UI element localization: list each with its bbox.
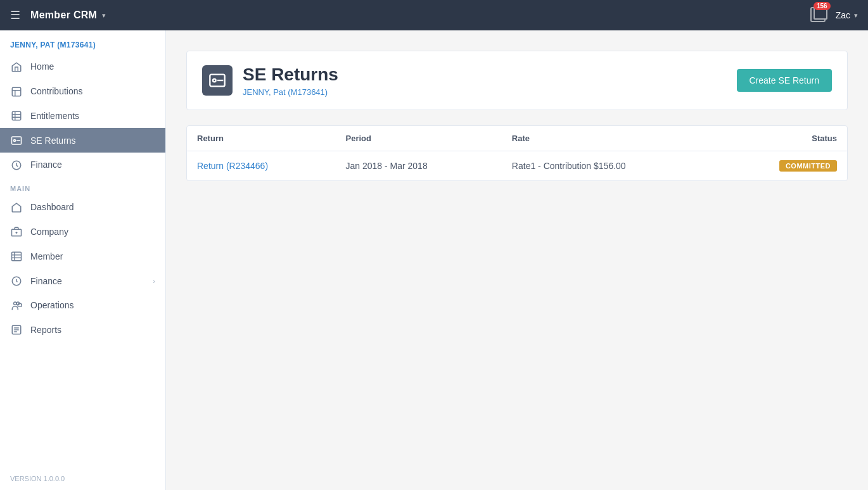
page-header-text: SE Returns JENNY, Pat (M173641) <box>243 64 338 97</box>
sidebar-item-dashboard[interactable]: Dashboard <box>0 195 165 220</box>
sidebar-item-operations[interactable]: Operations <box>0 293 165 318</box>
sidebar-item-entitlements[interactable]: Entitlements <box>0 104 165 129</box>
sidebar-item-home-label: Home <box>30 61 54 72</box>
contributions-icon <box>10 85 23 97</box>
sidebar-item-reports[interactable]: Reports <box>0 318 165 342</box>
status-badge: COMMITTED <box>779 160 837 172</box>
sidebar-item-reports-label: Reports <box>30 325 61 335</box>
user-dropdown-icon: ▾ <box>854 11 858 20</box>
hamburger-icon[interactable]: ☰ <box>10 8 20 22</box>
sidebar: JENNY, PAT (M173641) Home Contributions … <box>0 30 166 490</box>
entitlements-icon <box>10 110 23 122</box>
notification-badge: 156 <box>814 2 831 10</box>
sidebar-item-operations-label: Operations <box>30 300 73 310</box>
sidebar-item-se-returns-label: SE Returns <box>30 135 76 146</box>
create-se-return-button[interactable]: Create SE Return <box>737 69 833 92</box>
sidebar-item-company-label: Company <box>30 227 68 237</box>
sidebar-item-finance-main[interactable]: Finance › <box>0 268 165 293</box>
finance-main-icon <box>10 275 23 287</box>
cell-period: Jan 2018 - Mar 2018 <box>335 151 501 180</box>
finance-icon <box>10 159 23 171</box>
app-title: Member CRM <box>30 9 97 21</box>
sidebar-item-company[interactable]: Company <box>0 220 165 244</box>
page-header: SE Returns JENNY, Pat (M173641) Create S… <box>186 51 848 110</box>
dashboard-icon <box>10 201 23 213</box>
version-label: VERSION 1.0.0.0 <box>0 467 165 490</box>
sidebar-item-contributions-label: Contributions <box>30 86 83 96</box>
sidebar-item-dashboard-label: Dashboard <box>30 202 74 212</box>
topnav: ☰ Member CRM ▾ 156 Zac ▾ <box>0 0 868 30</box>
svg-rect-0 <box>12 87 21 96</box>
col-return: Return <box>187 126 335 151</box>
sidebar-member-label: JENNY, PAT (M173641) <box>0 30 165 54</box>
company-icon <box>10 226 23 238</box>
user-name: Zac <box>836 10 850 20</box>
cell-rate: Rate1 - Contribution $156.00 <box>502 151 720 180</box>
sidebar-item-member-label: Member <box>30 251 63 261</box>
operations-icon <box>10 299 23 311</box>
page-subtitle: JENNY, Pat (M173641) <box>243 87 338 97</box>
svg-rect-12 <box>12 252 22 261</box>
table-header-row: Return Period Rate Status <box>187 126 847 151</box>
notifications-button[interactable]: 156 <box>810 7 826 24</box>
se-returns-icon <box>10 134 23 146</box>
sidebar-item-se-returns[interactable]: SE Returns <box>0 128 165 153</box>
sidebar-item-finance[interactable]: Finance <box>0 153 165 177</box>
member-icon <box>10 250 23 262</box>
home-icon <box>10 61 23 73</box>
main-content: SE Returns JENNY, Pat (M173641) Create S… <box>166 30 868 490</box>
user-menu[interactable]: Zac ▾ <box>836 10 858 20</box>
sidebar-item-finance-label: Finance <box>30 160 62 170</box>
col-status: Status <box>720 126 847 151</box>
sidebar-item-finance-main-label: Finance <box>30 276 62 286</box>
reports-icon <box>10 324 23 336</box>
se-returns-table: Return Period Rate Status Return (R23446… <box>187 126 847 180</box>
sidebar-item-member[interactable]: Member <box>0 244 165 268</box>
page-title: SE Returns <box>243 64 338 85</box>
svg-point-6 <box>14 140 16 142</box>
page-header-icon <box>202 65 233 96</box>
page-header-left: SE Returns JENNY, Pat (M173641) <box>202 64 338 97</box>
main-section-label: MAIN <box>0 177 165 195</box>
table-row: Return (R234466)Jan 2018 - Mar 2018Rate1… <box>187 151 847 180</box>
col-rate: Rate <box>502 126 720 151</box>
svg-point-24 <box>213 79 216 82</box>
cell-return[interactable]: Return (R234466) <box>187 151 335 180</box>
svg-rect-1 <box>12 112 21 121</box>
sidebar-item-contributions[interactable]: Contributions <box>0 79 165 104</box>
chevron-right-icon: › <box>153 277 155 285</box>
app-dropdown-icon[interactable]: ▾ <box>102 11 106 20</box>
cell-status: COMMITTED <box>720 151 847 180</box>
col-period: Period <box>335 126 501 151</box>
sidebar-item-entitlements-label: Entitlements <box>30 111 79 121</box>
se-returns-table-container: Return Period Rate Status Return (R23446… <box>186 125 848 181</box>
sidebar-item-home[interactable]: Home <box>0 54 165 79</box>
